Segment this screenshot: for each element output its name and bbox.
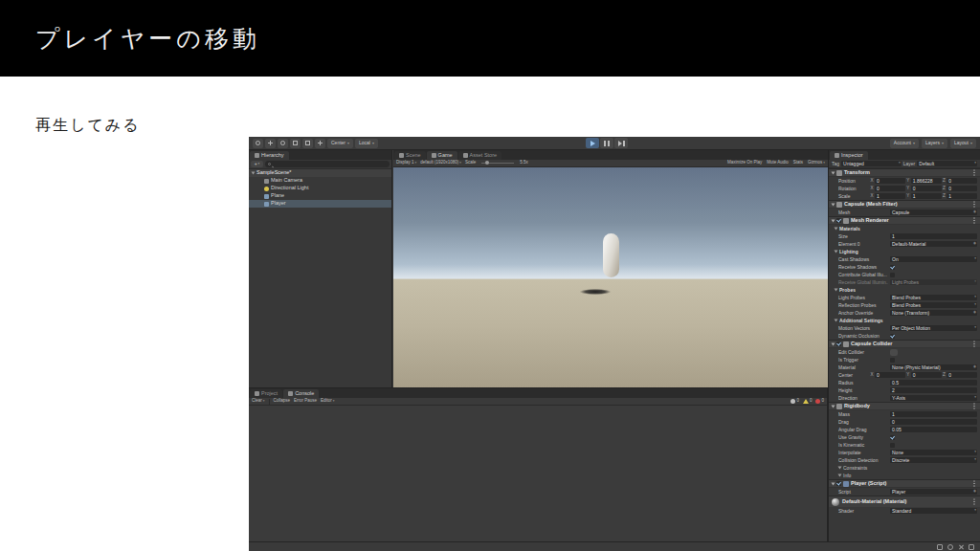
foldout-icon[interactable] [835,289,838,292]
hierarchy-item-main-camera[interactable]: Main Camera [249,177,391,185]
component-enabled-checkbox[interactable] [836,218,841,223]
edit-collider-button[interactable] [890,349,898,356]
foldout-icon[interactable] [838,474,842,477]
close-status-icon[interactable] [958,544,964,550]
height-field[interactable]: 2 [890,387,977,394]
cast-shadows-dropdown[interactable]: On [890,256,977,263]
circle-status-icon[interactable] [947,544,953,550]
tab-hierarchy[interactable]: Hierarchy [250,151,289,160]
anchor-override-field[interactable]: None (Transform) [890,310,977,317]
is-kinematic-checkbox[interactable] [890,443,895,448]
hierarchy-search-input[interactable] [265,161,390,167]
hand-tool-button[interactable] [253,139,263,148]
clear-button[interactable]: Clear [252,399,265,404]
rotation-x-field[interactable]: 0 [875,186,905,192]
receive-shadows-checkbox[interactable] [890,265,895,270]
play-button[interactable] [586,138,599,148]
layer-dropdown[interactable]: Default [917,161,977,167]
rotation-z-field[interactable]: 0 [947,186,977,192]
info-count-toggle[interactable]: 0 [791,399,799,404]
rigidbody-component-header[interactable]: Rigidbody [829,402,980,410]
component-enabled-checkbox[interactable] [836,342,841,346]
error-count-toggle[interactable]: 0 [815,399,824,404]
layout-dropdown[interactable]: Layout [950,139,976,148]
foldout-icon[interactable] [835,320,838,322]
maximize-on-play-toggle[interactable]: Maximize On Play [727,161,762,165]
console-log-area[interactable] [249,406,827,541]
motion-vectors-dropdown[interactable]: Per Object Motion [890,325,977,332]
pause-button[interactable] [600,138,613,148]
rotation-y-field[interactable]: 0 [911,186,942,192]
slider-knob[interactable] [485,161,489,165]
tab-console[interactable]: Console [283,389,319,398]
component-menu-icon[interactable] [971,220,977,222]
materials-subheader[interactable]: Materials [829,225,980,232]
is-trigger-checkbox[interactable] [890,358,895,363]
tab-project[interactable]: Project [250,389,282,398]
display-dropdown[interactable]: Display 1 [396,161,416,165]
player-script-component-header[interactable]: Player (Script) [829,479,980,488]
constraints-row[interactable]: Constraints [829,464,980,472]
radius-field[interactable]: 0.5 [890,380,977,386]
tab-game[interactable]: Game [427,151,457,160]
component-menu-icon[interactable] [971,343,977,345]
gizmos-dropdown[interactable]: Gizmos [808,161,825,165]
scale-tool-button[interactable] [290,139,301,148]
angular-drag-field[interactable]: 0.05 [890,427,977,433]
use-gravity-checkbox[interactable] [890,435,895,440]
tag-dropdown[interactable]: Untagged [841,161,902,167]
interpolate-dropdown[interactable]: None [890,450,977,456]
mesh-renderer-component-header[interactable]: Mesh Renderer [829,216,980,225]
rect-tool-button[interactable] [302,139,313,148]
direction-dropdown[interactable]: Y-Axis [890,395,977,402]
physic-material-field[interactable]: None (Physic Material) [890,364,977,371]
foldout-icon[interactable] [835,228,838,231]
space-toggle-button[interactable]: Local [355,139,378,148]
component-menu-icon[interactable] [971,204,977,206]
tab-scene[interactable]: Scene [394,151,426,160]
center-y-field[interactable]: 0 [911,372,942,379]
foldout-icon[interactable] [835,251,838,253]
center-z-field[interactable]: 0 [947,372,977,379]
component-menu-icon[interactable] [971,483,977,485]
foldout-icon[interactable] [838,467,842,470]
editor-dropdown[interactable]: Editor [321,399,335,404]
game-viewport[interactable] [393,167,828,387]
account-dropdown[interactable]: Account [890,139,919,148]
foldout-icon[interactable] [832,342,835,345]
tab-asset-store[interactable]: Asset Store [458,151,501,160]
scale-x-field[interactable]: 1 [875,193,905,200]
scale-slider[interactable] [481,163,514,164]
light-probes-dropdown[interactable]: Blend Probes [890,295,977,301]
box-status-icon[interactable] [969,544,974,550]
shader-dropdown[interactable]: Standard [890,508,977,515]
position-z-field[interactable]: 0 [947,178,977,185]
layers-dropdown[interactable]: Layers [922,139,947,148]
mass-field[interactable]: 1 [890,411,977,418]
info-row[interactable]: Info [829,472,980,479]
capsule-collider-component-header[interactable]: Capsule Collider [829,340,980,348]
foldout-icon[interactable] [832,219,835,222]
script-object-field[interactable]: Player [890,489,977,496]
pivot-toggle-button[interactable]: Center [327,139,353,148]
foldout-icon[interactable] [832,405,835,408]
create-object-button[interactable]: + [251,161,263,167]
additional-settings-subheader[interactable]: Additional Settings [829,317,980,324]
reflection-probes-dropdown[interactable]: Blend Probes [890,302,977,309]
error-pause-toggle[interactable]: Error Pause [294,399,317,404]
warning-count-toggle[interactable]: 0 [803,399,813,404]
position-x-field[interactable]: 0 [875,178,905,185]
mesh-filter-component-header[interactable]: Capsule (Mesh Filter) [829,200,980,209]
collision-detection-dropdown[interactable]: Discrete [890,457,977,464]
hierarchy-scene-row[interactable]: SampleScene* [249,169,391,177]
drag-field[interactable]: 0 [890,419,977,426]
resolution-dropdown[interactable]: default (1920x1080) [420,161,461,165]
tab-inspector[interactable]: Inspector [830,151,868,160]
mute-audio-toggle[interactable]: Mute Audio [767,161,789,165]
component-menu-icon[interactable] [971,172,977,174]
foldout-icon[interactable] [832,171,835,174]
foldout-icon[interactable] [832,482,835,485]
move-tool-button[interactable] [265,139,276,148]
stats-toggle[interactable]: Stats [793,161,803,165]
scale-y-field[interactable]: 1 [911,193,942,200]
